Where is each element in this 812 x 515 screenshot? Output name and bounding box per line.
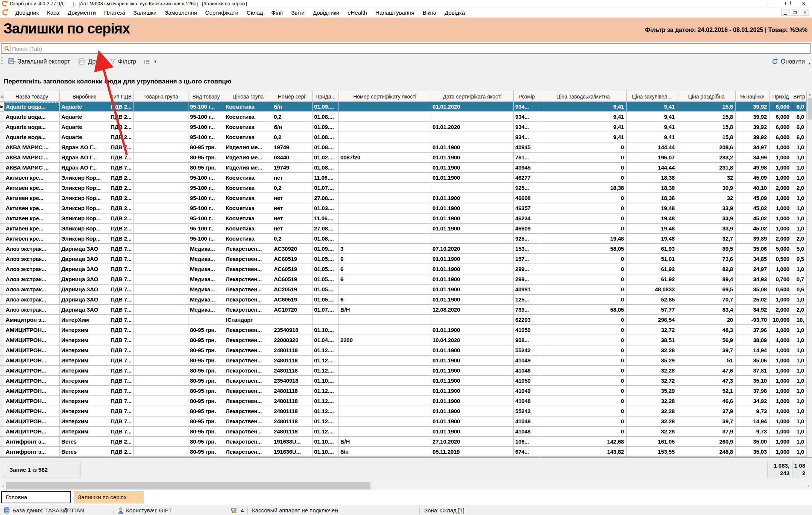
- grid-cell[interactable]: 12.08.2020: [431, 305, 514, 315]
- grid-cell[interactable]: 1,0: [792, 376, 807, 386]
- grid-cell[interactable]: ПДВ 7...: [109, 244, 134, 254]
- grid-cell[interactable]: 196,07: [627, 153, 677, 163]
- grid-cell[interactable]: 39,7: [677, 417, 736, 427]
- grid-cell[interactable]: Медика...: [188, 254, 224, 264]
- grid-cell[interactable]: 01.01.1900: [431, 142, 514, 153]
- grid-cell[interactable]: ПДВ 7...: [109, 386, 134, 396]
- row-indicator[interactable]: [0, 153, 4, 163]
- grid-cell[interactable]: 14,94: [736, 345, 770, 356]
- grid-cell[interactable]: ПДВ 7...: [109, 427, 134, 437]
- grid-cell[interactable]: АМИЦИТРОН...: [4, 325, 60, 335]
- grid-cell[interactable]: 9,41: [627, 122, 677, 132]
- grid-cell[interactable]: Интерхим: [60, 356, 109, 366]
- grid-cell[interactable]: 62293: [514, 315, 540, 325]
- grid-cell[interactable]: [134, 132, 188, 142]
- grid-cell[interactable]: 39,92: [736, 102, 770, 112]
- grid-cell[interactable]: 40945: [514, 163, 540, 173]
- grid-cell[interactable]: ПДВ 2...: [109, 112, 134, 122]
- grid-cell[interactable]: 35,29: [627, 386, 677, 396]
- grid-cell[interactable]: 45,09: [736, 193, 770, 203]
- grid-cell[interactable]: 0: [540, 274, 627, 285]
- column-header-8[interactable]: Номер сертифікату якості: [339, 91, 431, 102]
- grid-cell[interactable]: 6,0: [792, 102, 807, 112]
- grid-cell[interactable]: 0,500: [770, 254, 792, 264]
- grid-cell[interactable]: 6: [339, 295, 431, 305]
- export-button[interactable]: Загальний експорт: [5, 57, 73, 66]
- grid-cell[interactable]: 48,0833: [627, 285, 677, 295]
- grid-cell[interactable]: 925...: [514, 183, 540, 193]
- grid-cell[interactable]: 80-95 грн.: [188, 437, 224, 447]
- grid-cell[interactable]: 24801118: [272, 427, 313, 437]
- grid-cell[interactable]: Aquarte вода...: [4, 122, 60, 132]
- grid-cell[interactable]: [313, 315, 339, 325]
- grid-cell[interactable]: 40991: [514, 285, 540, 295]
- grid-cell[interactable]: 1,000: [770, 356, 792, 366]
- grid-cell[interactable]: Beres: [60, 437, 109, 447]
- column-header-10[interactable]: Розмір: [514, 91, 540, 102]
- grid-cell[interactable]: АКВА МАРИС ...: [4, 153, 60, 163]
- column-list-button[interactable]: ▼: [141, 58, 160, 66]
- grid-cell[interactable]: АМИЦИТРОН...: [4, 386, 60, 396]
- grid-cell[interactable]: АС60519: [272, 254, 313, 264]
- grid-cell[interactable]: 153...: [514, 244, 540, 254]
- grid-cell[interactable]: [134, 173, 188, 183]
- row-indicator[interactable]: [0, 335, 4, 345]
- grid-cell[interactable]: 80-95 грн.: [188, 325, 224, 335]
- row-indicator[interactable]: [0, 447, 4, 457]
- grid-cell[interactable]: 934...: [514, 132, 540, 142]
- grid-cell[interactable]: [134, 295, 188, 305]
- row-indicator[interactable]: [0, 285, 4, 295]
- grid-cell[interactable]: 80-95 грн.: [188, 366, 224, 376]
- grid-cell[interactable]: 299...: [514, 274, 540, 285]
- row-indicator[interactable]: [0, 183, 4, 193]
- row-indicator[interactable]: [0, 345, 4, 356]
- grid-cell[interactable]: Дарница ЗАО: [60, 254, 109, 264]
- grid-cell[interactable]: 80-95 грн.: [188, 386, 224, 396]
- grid-cell[interactable]: 9,73: [736, 406, 770, 417]
- grid-cell[interactable]: [134, 427, 188, 437]
- grid-cell[interactable]: 37,9: [677, 406, 736, 417]
- grid-cell[interactable]: Антифронт э...: [4, 437, 60, 447]
- menu-item-6[interactable]: Сертифікати: [201, 9, 243, 16]
- grid-cell[interactable]: 299...: [514, 264, 540, 274]
- grid-cell[interactable]: 2,0: [792, 183, 807, 193]
- grid-cell[interactable]: 01.01.1900: [431, 366, 514, 376]
- grid-cell[interactable]: 95-100 г...: [188, 173, 224, 183]
- grid-cell[interactable]: 01.09....: [313, 244, 339, 254]
- grid-cell[interactable]: 01.01.1900: [431, 274, 514, 285]
- grid-cell[interactable]: 1,0: [792, 264, 807, 274]
- grid-cell[interactable]: Лекарствен...: [224, 386, 272, 396]
- grid-cell[interactable]: Эликсир Кор...: [60, 203, 109, 214]
- grid-cell[interactable]: 1,000: [770, 224, 792, 234]
- grid-cell[interactable]: 01.12....: [313, 406, 339, 417]
- grid-cell[interactable]: [134, 244, 188, 254]
- grid-cell[interactable]: 1,0: [792, 173, 807, 183]
- scroll-left-icon[interactable]: ‹: [0, 482, 6, 490]
- grid-cell[interactable]: ПДВ 7...: [109, 295, 134, 305]
- grid-cell[interactable]: 0: [540, 295, 627, 305]
- grid-cell[interactable]: ПДВ 7...: [109, 142, 134, 153]
- grid-cell[interactable]: [339, 102, 431, 112]
- grid-cell[interactable]: [431, 112, 514, 122]
- grid-cell[interactable]: 01.01.1900: [431, 325, 514, 335]
- grid-cell[interactable]: 10,000: [770, 315, 792, 325]
- grid-cell[interactable]: АМИЦИТРОН...: [4, 376, 60, 386]
- grid-cell[interactable]: 35,29: [627, 356, 677, 366]
- grid-cell[interactable]: 24801118: [272, 356, 313, 366]
- grid-cell[interactable]: 01.09....: [313, 122, 339, 132]
- grid-cell[interactable]: Дарница ЗАО: [60, 285, 109, 295]
- grid-cell[interactable]: АМИЦИТРОН...: [4, 406, 60, 417]
- grid-cell[interactable]: 01.01.1900: [431, 396, 514, 406]
- grid-cell[interactable]: Б/Н: [339, 305, 431, 315]
- grid-cell[interactable]: 34,92: [736, 396, 770, 406]
- grid-cell[interactable]: АС60519: [272, 295, 313, 305]
- grid-cell[interactable]: 01.01.2020: [431, 102, 514, 112]
- grid-cell[interactable]: 0,2: [272, 234, 313, 244]
- row-indicator[interactable]: [0, 163, 4, 173]
- grid-cell[interactable]: 15,8: [677, 132, 736, 142]
- row-indicator[interactable]: [0, 356, 4, 366]
- grid-cell[interactable]: 9,41: [540, 112, 627, 122]
- grid-cell[interactable]: Aquarte: [60, 122, 109, 132]
- grid-cell[interactable]: 0,600: [770, 285, 792, 295]
- grid-cell[interactable]: 35,03: [736, 447, 770, 457]
